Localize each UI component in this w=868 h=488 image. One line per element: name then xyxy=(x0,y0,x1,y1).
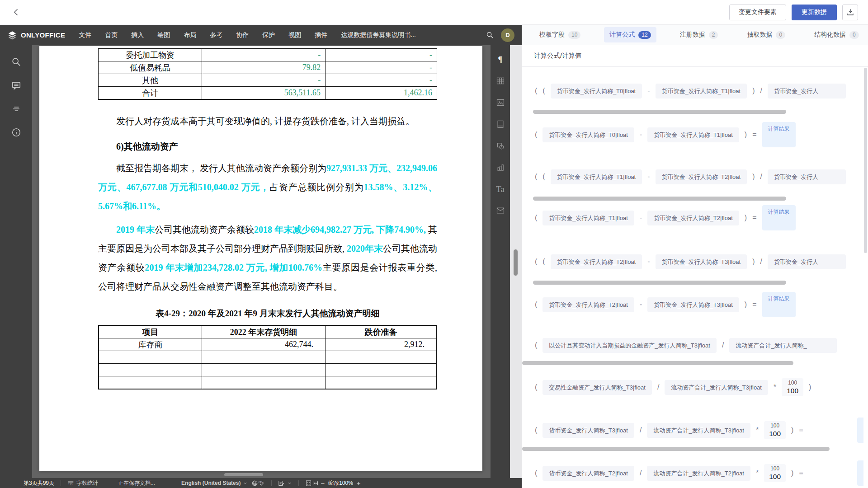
about-icon[interactable] xyxy=(11,127,21,137)
field-tag[interactable]: 货币资金_发行人 xyxy=(768,169,846,184)
operator: ) xyxy=(791,426,793,434)
row-horizontal-scrollbar[interactable] xyxy=(533,197,786,201)
field-tag[interactable]: 货币资金_发行人简称_T1|float xyxy=(542,211,634,225)
tab-注册数据[interactable]: 注册数据2 xyxy=(675,27,724,42)
field-tag[interactable]: 货币资金_发行人 xyxy=(768,254,846,269)
row-horizontal-scrollbar[interactable] xyxy=(533,281,786,285)
document-horizontal-scrollbar[interactable] xyxy=(224,473,263,476)
formula-row: (以公计且其变动计入当期损益的金融资产_发行人简称_T3|float/流动资产合… xyxy=(535,337,863,353)
field-tag[interactable]: 货币资金_发行人简称_T2|float xyxy=(551,254,642,269)
table-cell xyxy=(202,351,326,364)
tab-label: 计算公式 xyxy=(609,31,635,39)
headings-navigation-icon[interactable] xyxy=(11,104,21,114)
fit-page-button[interactable] xyxy=(305,480,312,487)
image-settings-icon[interactable] xyxy=(496,98,505,107)
user-avatar[interactable]: D xyxy=(501,28,514,42)
table-row: 委托加工物资-- xyxy=(99,49,437,61)
spellcheck-button[interactable]: ABC xyxy=(258,480,265,487)
field-tag[interactable]: 流动资产合计_发行人简称_ xyxy=(729,338,837,353)
menu-item-3[interactable]: 插入 xyxy=(131,31,144,39)
field-tag[interactable]: 货币资金_发行人简称_T2|float xyxy=(647,211,739,225)
change-doc-elements-button[interactable]: 变更文件要素 xyxy=(729,5,786,20)
field-tag[interactable]: 流动资产合计_发行人简称_T3|float xyxy=(647,423,750,438)
field-tag[interactable]: 货币资金_发行人简称_T0|float xyxy=(551,84,642,99)
menu-item-11[interactable]: 达观数据债券募集说明书... xyxy=(341,31,416,39)
field-tag[interactable]: 货币资金_发行人简称_T1|float xyxy=(551,169,642,184)
menu-item-7[interactable]: 协作 xyxy=(236,31,249,39)
field-tag[interactable]: 货币资金_发行人简称_T1|float xyxy=(647,127,739,142)
menu-item-5[interactable]: 布局 xyxy=(184,31,196,39)
page-number-indicator[interactable]: 第3页共99页 xyxy=(24,479,54,487)
field-tag[interactable]: 货币资金_发行人 xyxy=(768,84,846,99)
highlighted-value: 2020年末 xyxy=(347,244,383,253)
svg-text:123: 123 xyxy=(68,483,73,485)
menu-item-2[interactable]: 首页 xyxy=(105,31,118,39)
field-tag[interactable]: 货币资金_发行人简称_T3|float xyxy=(542,423,634,438)
document-page[interactable]: 委托加工物资--低值易耗品79.82-其他--合计563,511.651,462… xyxy=(39,46,482,471)
word-count-button[interactable]: 123 字数统计 xyxy=(67,479,98,487)
shape-settings-icon[interactable] xyxy=(496,141,505,150)
field-tag[interactable]: 流动资产合计_发行人简称_T3|float xyxy=(665,380,768,395)
fit-width-button[interactable] xyxy=(312,480,319,487)
field-tag[interactable]: 货币资金_发行人简称_T3|float xyxy=(656,254,747,269)
field-tag[interactable]: 以公计且其变动计入当期损益的金融资产_发行人简称_T3|float xyxy=(542,338,717,353)
menu-item-4[interactable]: 绘图 xyxy=(157,31,170,39)
language-selector[interactable]: English (United States) xyxy=(181,480,248,486)
table-cell: 委托加工物资 xyxy=(99,49,202,61)
field-tag[interactable]: 货币资金_发行人简称_T0|float xyxy=(542,127,634,142)
row-horizontal-scrollbar[interactable] xyxy=(522,447,830,451)
menu-item-10[interactable]: 插件 xyxy=(315,31,327,39)
operator: / xyxy=(722,341,724,349)
menu-item-9[interactable]: 视图 xyxy=(288,31,301,39)
search-icon[interactable] xyxy=(11,57,21,67)
spellcheck-icon: ABC xyxy=(258,480,265,487)
operator: = xyxy=(799,469,803,477)
text-art-settings-icon[interactable]: Ta xyxy=(496,185,505,193)
chart-settings-icon[interactable] xyxy=(496,163,505,172)
download-button[interactable] xyxy=(842,5,858,20)
paragraph-settings-icon[interactable]: ¶ xyxy=(498,55,502,64)
panel-vertical-scrollbar[interactable] xyxy=(864,68,867,253)
operator: / xyxy=(760,87,762,95)
field-tag[interactable]: 货币资金_发行人简称_T3|float xyxy=(647,297,739,312)
field-tag[interactable]: 货币资金_发行人简称_T2|float xyxy=(656,169,747,184)
row-horizontal-scrollbar[interactable] xyxy=(522,361,793,365)
zoom-out-button[interactable]: − xyxy=(319,479,326,487)
fit-width-icon xyxy=(312,480,319,487)
comments-icon[interactable] xyxy=(11,80,21,90)
table-settings-icon[interactable] xyxy=(496,76,505,85)
field-tag[interactable]: 货币资金_发行人简称_T2|float xyxy=(542,297,634,312)
operator: ( xyxy=(535,131,537,139)
tab-模板字段[interactable]: 模板字段10 xyxy=(534,27,586,42)
operator: / xyxy=(760,173,762,181)
highlighted-value: 2018 年末减少694,982.27 万元, 下降74.90%, xyxy=(254,225,426,235)
operator: / xyxy=(760,258,762,266)
operator: ( xyxy=(535,383,537,391)
tab-抽取数据[interactable]: 抽取数据0 xyxy=(741,27,791,42)
set-language-button[interactable] xyxy=(251,480,258,487)
mail-merge-icon[interactable] xyxy=(496,206,505,215)
operator: ( xyxy=(535,426,537,434)
onlyoffice-logo: ONLYOFFICE xyxy=(7,30,65,40)
track-changes-button[interactable] xyxy=(278,480,292,487)
table-row xyxy=(99,364,437,376)
menu-item-6[interactable]: 参考 xyxy=(210,31,222,39)
back-button[interactable] xyxy=(10,5,24,19)
zoom-in-button[interactable]: + xyxy=(355,479,363,487)
tab-结构化数据[interactable]: 结构化数据0 xyxy=(809,27,864,42)
document-vertical-scrollbar[interactable] xyxy=(514,249,518,276)
fraction-denominator: 100 xyxy=(787,387,798,394)
operator: ) xyxy=(745,131,747,139)
tab-计算公式[interactable]: 计算公式12 xyxy=(604,27,656,42)
operator: - xyxy=(640,131,642,139)
field-tag[interactable]: 货币资金_发行人简称_T2|float xyxy=(542,466,634,481)
update-data-button[interactable]: 更新数据 xyxy=(792,5,837,20)
header-footer-settings-icon[interactable] xyxy=(496,120,505,129)
row-horizontal-scrollbar[interactable] xyxy=(533,110,786,114)
menu-search-icon[interactable] xyxy=(486,31,494,39)
menu-item-8[interactable]: 保护 xyxy=(262,31,275,39)
field-tag[interactable]: 货币资金_发行人简称_T1|float xyxy=(656,84,747,99)
field-tag[interactable]: 交易性金融资产_发行人简称_T3|float xyxy=(542,380,652,395)
field-tag[interactable]: 流动资产合计_发行人简称_T2|float xyxy=(647,466,750,481)
menu-item-1[interactable]: 文件 xyxy=(79,31,91,39)
